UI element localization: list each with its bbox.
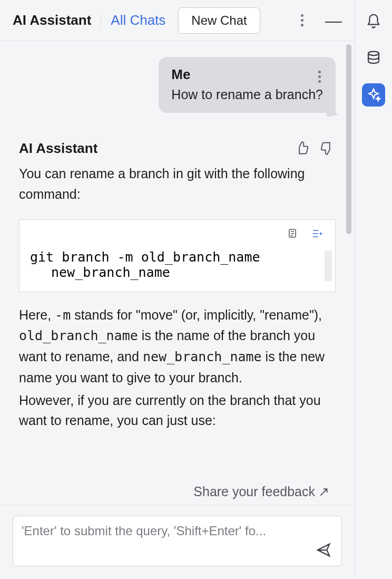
user-sender-label: Me [171, 66, 190, 83]
new-chat-button[interactable]: New Chat [178, 7, 260, 34]
user-message-text: How to rename a branch? [171, 87, 323, 102]
assistant-explain-2: However, if you are currently on the bra… [19, 390, 336, 431]
panel-title: AI Assistant [13, 12, 91, 28]
assistant-intro-text: You can rename a branch in git with the … [19, 163, 336, 205]
copy-icon[interactable] [285, 226, 299, 241]
scrollbar-thumb[interactable] [346, 44, 351, 234]
svg-point-1 [368, 52, 379, 56]
assistant-explain-1: Here, -m stands for "move" (or, implicit… [19, 305, 336, 388]
inline-code: -m [55, 307, 71, 323]
assistant-sender-label: AI Assistant [19, 140, 287, 157]
kebab-icon [299, 12, 306, 28]
input-area: 'Enter' to submit the query, 'Shift+Ente… [0, 505, 355, 579]
divider [101, 14, 101, 27]
ai-assistant-panel: AI Assistant All Chats New Chat — Me How… [0, 0, 355, 579]
minimize-button[interactable]: — [322, 9, 345, 32]
assistant-message: AI Assistant You can rename a branch in … [19, 139, 336, 431]
right-tool-rail [355, 0, 392, 579]
panel-header: AI Assistant All Chats New Chat — [0, 0, 355, 41]
inline-code: old_branch_name [19, 328, 138, 343]
database-icon [366, 50, 381, 66]
all-chats-link[interactable]: All Chats [111, 12, 165, 28]
input-placeholder: 'Enter' to submit the query, 'Shift+Ente… [22, 524, 312, 538]
send-button[interactable] [313, 539, 334, 561]
chat-input[interactable]: 'Enter' to submit the query, 'Shift+Ente… [13, 516, 342, 566]
bell-icon [366, 13, 381, 29]
code-scrollbar[interactable] [325, 250, 332, 282]
inline-code: new_branch_name [143, 349, 262, 364]
code-line: git branch -m old_branch_name [30, 249, 260, 265]
insert-icon[interactable] [310, 226, 325, 241]
external-link-icon: ↗ [318, 484, 329, 499]
thumbs-down-button[interactable] [318, 139, 336, 157]
chat-scroll-area[interactable]: Me How to rename a branch? AI Assistant … [0, 41, 355, 476]
more-menu-button[interactable] [290, 9, 313, 32]
message-actions-button[interactable] [316, 69, 323, 85]
ai-assistant-button[interactable] [362, 83, 385, 107]
notifications-button[interactable] [362, 9, 385, 33]
share-feedback-link[interactable]: Share your feedback↗ [0, 476, 355, 505]
code-line: new_branch_name [30, 265, 325, 280]
user-message-bubble: Me How to rename a branch? [159, 57, 336, 113]
code-content[interactable]: git branch -m old_branch_name new_branch… [19, 247, 335, 292]
sparkle-icon [366, 87, 381, 103]
code-toolbar [19, 220, 335, 247]
database-button[interactable] [362, 46, 385, 70]
thumbs-up-button[interactable] [293, 139, 311, 157]
code-block: git branch -m old_branch_name new_branch… [19, 219, 336, 292]
